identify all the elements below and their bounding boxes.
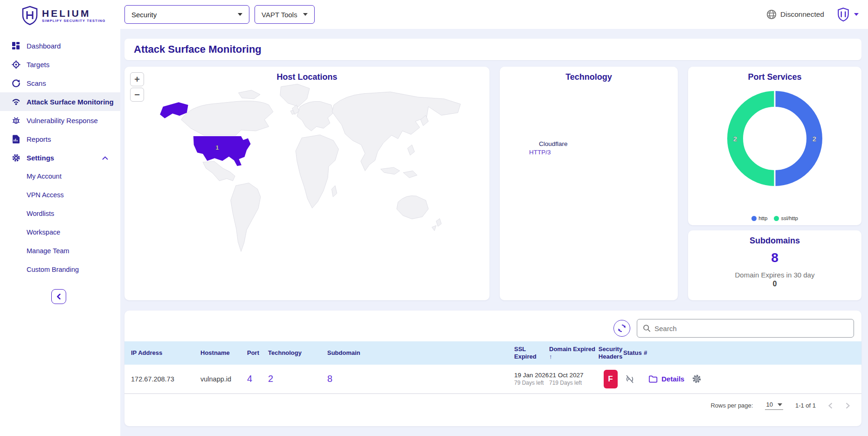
ssl-days-left: 79 Days left	[514, 380, 549, 386]
chevron-up-icon[interactable]	[102, 153, 108, 162]
sidebar-item-attack-surface-monitoring[interactable]: Attack Surface Monitoring	[0, 92, 120, 111]
cell-hostname: vulnapp.id	[200, 375, 247, 383]
dashboard-icon	[11, 41, 21, 50]
technology-word-cloudflare[interactable]: Cloudflare	[539, 140, 568, 147]
map-us-count-label: 1	[215, 144, 219, 151]
table-row[interactable]: 172.67.208.73 vulnapp.id 4 2 8 19 Jan 20…	[124, 365, 861, 394]
subdomains-count: 8	[688, 250, 861, 265]
previous-page-button[interactable]	[828, 402, 833, 409]
col-hostname[interactable]: Hostname	[200, 349, 247, 357]
sidebar-item-label: Scans	[27, 79, 46, 87]
col-subdomain[interactable]: Subdomain	[327, 349, 514, 357]
next-page-button[interactable]	[845, 402, 850, 409]
col-ip-address[interactable]: IP Address	[131, 349, 200, 357]
cell-port-count[interactable]: 4	[247, 374, 268, 384]
gear-icon	[692, 374, 702, 384]
refresh-icon	[617, 324, 627, 333]
col-status[interactable]: Status	[623, 349, 644, 357]
chevron-left-icon	[828, 402, 833, 409]
cell-technology-count[interactable]: 2	[268, 374, 327, 384]
legend-label: ssl/http	[781, 215, 798, 221]
sensors-off-icon[interactable]	[624, 374, 635, 385]
col-technology[interactable]: Technology	[268, 349, 327, 357]
sidebar-item-scans[interactable]: Scans	[0, 74, 120, 92]
security-grade-badge[interactable]: F	[604, 370, 618, 388]
sidebar-item-my-account[interactable]: My Account	[0, 167, 120, 186]
sidebar-collapse-button[interactable]	[51, 289, 66, 304]
vapt-tools-button[interactable]: VAPT Tools	[255, 5, 315, 24]
col-domain-expired[interactable]: Domain Expired ↑	[549, 346, 598, 361]
map-zoom-in-button[interactable]: +	[130, 72, 144, 86]
row-settings-button[interactable]	[692, 374, 702, 384]
refresh-button[interactable]	[613, 320, 630, 337]
sidebar-item-label: Targets	[27, 61, 49, 69]
world-map[interactable]: 1	[129, 80, 485, 266]
sidebar-item-vulnerability-response[interactable]: Vulnerability Response	[0, 111, 120, 130]
cell-status	[623, 374, 644, 385]
cell-domain-expired: 21 Oct 2027 719 Days left	[549, 372, 598, 386]
connection-status: Disconnected	[780, 10, 824, 19]
account-menu-caret-icon[interactable]	[854, 13, 859, 16]
col-security-headers[interactable]: Security Headers	[598, 346, 623, 361]
sidebar: HELIUM SIMPLIFY SECURITY TESTING Dashboa…	[0, 0, 120, 436]
app-root: HELIUM SIMPLIFY SECURITY TESTING Dashboa…	[0, 0, 868, 436]
chevron-right-icon	[845, 402, 850, 409]
helium-shield-icon	[21, 6, 38, 25]
legend-label: http	[758, 215, 767, 221]
gear-icon	[11, 153, 21, 162]
scan-refresh-icon	[11, 78, 21, 88]
main-area: Security VAPT Tools Disconnected	[120, 0, 868, 436]
brand-logo: HELIUM SIMPLIFY SECURITY TESTING	[0, 0, 120, 30]
technology-card: Technology Cloudflare HTTP/3	[500, 67, 678, 300]
col-ssl-expired[interactable]: SSL Expired	[514, 346, 549, 361]
rows-per-page-select[interactable]: 10	[765, 401, 783, 410]
legend-item-ssl-http[interactable]: ssl/http	[774, 215, 798, 221]
sidebar-item-manage-team[interactable]: Manage Team	[0, 242, 120, 260]
sidebar-item-reports[interactable]: Reports	[0, 130, 120, 148]
port-services-donut-chart[interactable]: 2 2	[722, 86, 827, 191]
domain-expiry-count: 0	[688, 280, 861, 288]
domain-days-left: 719 Days left	[549, 380, 598, 386]
sidebar-item-label: Settings	[27, 154, 54, 162]
folder-icon[interactable]	[648, 375, 658, 383]
legend-dot-blue	[751, 216, 757, 221]
col-hash[interactable]: #	[644, 349, 861, 357]
cell-security-headers: F	[598, 370, 623, 388]
brand-tagline: SIMPLIFY SECURITY TESTING	[42, 19, 105, 23]
legend-dot-green	[774, 216, 779, 221]
sidebar-item-wordlists[interactable]: Wordlists	[0, 204, 120, 223]
sidebar-item-custom-branding[interactable]: Custom Branding	[0, 260, 120, 279]
table-header-row: IP Address Hostname Port Technology Subd…	[124, 341, 861, 365]
donut-legend: http ssl/http	[688, 215, 861, 221]
col-domain-expired-label: Domain Expired	[549, 346, 595, 353]
sidebar-item-settings[interactable]: Settings	[0, 148, 120, 167]
map-zoom-out-button[interactable]: −	[130, 88, 144, 102]
port-services-title: Port Services	[688, 67, 861, 82]
details-button[interactable]: Details	[661, 375, 684, 383]
pagination-range: 1-1 of 1	[795, 402, 816, 409]
donut-blue-value: 2	[813, 135, 816, 143]
workspace-select-value: Security	[131, 11, 157, 19]
ssl-expiry-date: 19 Jan 2026	[514, 372, 549, 379]
report-icon	[11, 134, 21, 144]
sidebar-item-workspace[interactable]: Workspace	[0, 223, 120, 242]
search-icon	[643, 324, 651, 332]
page-title-card: Attack Surface Monitoring	[124, 39, 861, 60]
globe-icon	[766, 9, 777, 20]
technology-word-http3[interactable]: HTTP/3	[529, 149, 551, 156]
cell-subdomain-count[interactable]: 8	[327, 374, 514, 384]
workspace-select[interactable]: Security	[124, 5, 249, 24]
search-input[interactable]	[654, 325, 848, 332]
sidebar-item-vpn-access[interactable]: VPN Access	[0, 186, 120, 204]
sidebar-item-label: Reports	[27, 135, 51, 143]
port-services-card: Port Services 2 2	[688, 67, 861, 225]
caret-down-icon	[778, 403, 782, 406]
sidebar-item-label: Vulnerability Response	[27, 117, 98, 125]
col-port[interactable]: Port	[247, 349, 268, 357]
table-pagination: Rows per page: 10 1-1 of 1	[124, 394, 861, 417]
sidebar-item-targets[interactable]: Targets	[0, 55, 120, 74]
legend-item-http[interactable]: http	[751, 215, 767, 221]
sidebar-item-dashboard[interactable]: Dashboard	[0, 36, 120, 55]
vapt-tools-label: VAPT Tools	[262, 11, 297, 19]
account-shield-icon[interactable]	[837, 7, 849, 21]
